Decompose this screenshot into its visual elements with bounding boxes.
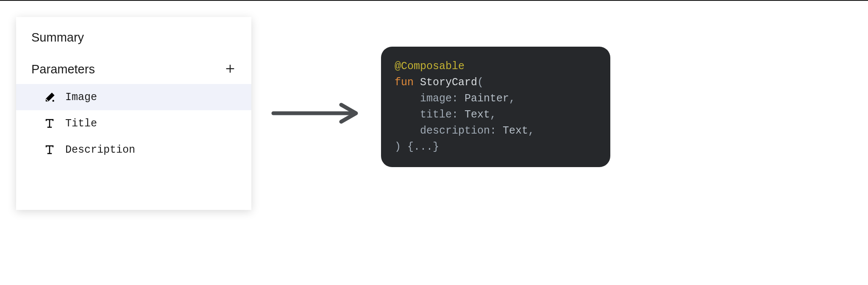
svg-point-2 bbox=[53, 100, 54, 102]
add-parameter-button[interactable] bbox=[224, 63, 236, 76]
parameter-item-description[interactable]: Description bbox=[16, 137, 251, 163]
properties-panel: Summary Parameters Image Title bbox=[16, 17, 251, 210]
code-preview: @Composable fun StoryCard( image: Painte… bbox=[381, 47, 610, 167]
parameter-label: Description bbox=[65, 144, 135, 156]
code-line-param: title: Text, bbox=[395, 107, 597, 123]
summary-heading: Summary bbox=[16, 31, 251, 45]
text-icon bbox=[43, 143, 56, 156]
parameters-header-row: Parameters bbox=[16, 62, 251, 76]
code-line-param: image: Painter, bbox=[395, 91, 597, 107]
code-line-close: ) {...} bbox=[395, 139, 597, 155]
parameters-heading: Parameters bbox=[31, 62, 95, 76]
code-line-param: description: Text, bbox=[395, 123, 597, 139]
parameter-item-title[interactable]: Title bbox=[16, 110, 251, 137]
plus-icon bbox=[224, 63, 236, 75]
code-line-annotation: @Composable bbox=[395, 59, 597, 75]
text-icon bbox=[43, 117, 56, 130]
image-fill-icon bbox=[43, 91, 56, 103]
parameter-label: Title bbox=[65, 117, 97, 130]
parameter-item-image[interactable]: Image bbox=[16, 84, 251, 110]
code-line-signature: fun StoryCard( bbox=[395, 75, 597, 91]
parameter-label: Image bbox=[65, 91, 97, 103]
arrow-icon bbox=[271, 103, 362, 124]
